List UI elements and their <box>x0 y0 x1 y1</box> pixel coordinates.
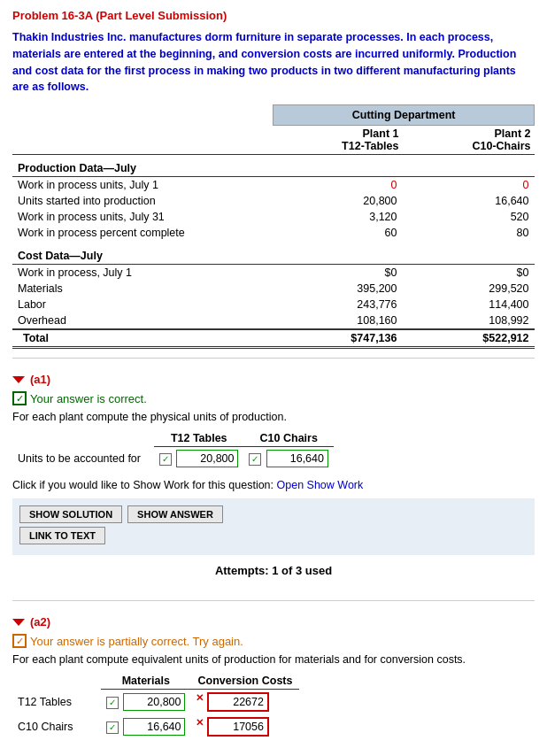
prod-row1-label: Work in process units, July 1 <box>12 177 274 194</box>
cost-row4-plant1: 108,160 <box>274 312 403 329</box>
table-row: Materials 395,200 299,520 <box>12 281 535 297</box>
open-show-work-link[interactable]: Open Show Work <box>277 479 364 491</box>
table-row: Work in process, July 1 $0 $0 <box>12 265 535 282</box>
correct-check-icon: ✓ <box>12 391 27 405</box>
a1-section: (a1) ✓ Your answer is correct. For each … <box>12 367 535 591</box>
a2-c10-conv-input[interactable] <box>207 717 269 737</box>
show-work-row: Click if you would like to Show Work for… <box>12 479 535 491</box>
show-answer-button[interactable]: SHOW ANSWER <box>127 505 223 523</box>
a2-t12-conv-x-icon: ✕ <box>196 692 204 703</box>
a2-partial-msg: ✓ Your answer is partially correct. Try … <box>12 634 535 648</box>
cost-total-plant1: $747,136 <box>274 329 403 348</box>
cost-total-plant2: $522,912 <box>402 329 534 348</box>
a1-instruction: For each plant compute the physical unit… <box>12 411 535 423</box>
a2-section: (a2) ✓ Your answer is partially correct.… <box>12 610 535 753</box>
table-row: Work in process units, July 1 0 0 <box>12 177 535 194</box>
a2-t12-row: T12 Tables ✓ ✕ <box>12 690 299 715</box>
prod-row3-plant2: 520 <box>402 209 534 225</box>
table-row: Overhead 108,160 108,992 <box>12 312 535 329</box>
a1-row-label: Units to be accounted for <box>12 447 154 471</box>
a1-c10-input[interactable] <box>266 450 328 467</box>
a2-instruction: For each plant compute equivalent units … <box>12 653 535 666</box>
a2-col-materials: Materials <box>101 673 190 690</box>
cost-row3-plant2: 114,400 <box>402 297 534 312</box>
cost-row1-plant2: $0 <box>402 265 534 282</box>
a2-t12-mat-cell: ✓ <box>101 690 190 715</box>
cost-row2-plant1: 395,200 <box>274 281 403 297</box>
prod-row3-plant1: 3,120 <box>274 209 403 225</box>
a1-input-table: T12 Tables C10 Chairs Units to be accoun… <box>12 430 535 470</box>
a2-t12-mat-check-icon: ✓ <box>106 697 119 709</box>
prod-row2-plant2: 16,640 <box>402 193 534 209</box>
plant2-col-header: Plant 2 C10-Chairs <box>402 126 534 155</box>
production-section-header: Production Data—July <box>12 155 535 177</box>
production-col-label <box>12 126 274 155</box>
cost-total-label: Total <box>12 329 274 348</box>
attempts-text: Attempts: 1 of 3 used <box>12 564 535 577</box>
a2-c10-row: C10 Chairs ✓ ✕ <box>12 714 299 739</box>
plant1-col-header: Plant 1 T12-Tables <box>274 126 403 155</box>
a2-header: (a2) <box>12 615 535 629</box>
prod-row1-plant2: 0 <box>402 177 534 194</box>
a2-c10-conv-x-icon: ✕ <box>196 717 204 728</box>
a2-c10-mat-check-icon: ✓ <box>106 721 119 734</box>
prod-row2-plant1: 20,800 <box>274 193 403 209</box>
cost-row1-label: Work in process, July 1 <box>12 265 274 282</box>
table-row: Work in process units, July 31 3,120 520 <box>12 209 535 225</box>
show-solution-button[interactable]: SHOW SOLUTION <box>19 505 122 523</box>
partial-icon: ✓ <box>12 634 27 648</box>
a1-buttons-row: SHOW SOLUTION SHOW ANSWER <box>19 505 528 523</box>
a1-correct-msg: ✓ Your answer is correct. <box>12 391 535 405</box>
a2-c10-mat-cell: ✓ <box>101 714 190 739</box>
a2-t12-mat-input[interactable] <box>123 693 185 711</box>
problem-description: Thakin Industries Inc. manufactures dorm… <box>12 29 535 96</box>
prod-row3-label: Work in process units, July 31 <box>12 209 274 225</box>
a1-c10-cell: ✓ <box>243 447 333 471</box>
a1-col1-header: T12 Tables <box>154 430 243 447</box>
cost-row2-label: Materials <box>12 281 274 297</box>
prod-row4-plant2: 80 <box>402 225 534 241</box>
cost-row4-plant2: 108,992 <box>402 312 534 329</box>
a1-t12-cell: ✓ <box>154 447 243 471</box>
a1-c10-check-icon: ✓ <box>249 453 261 466</box>
a2-c10-conv-cell: ✕ <box>190 714 299 739</box>
cutting-dept-table: Cutting Department Plant 1 T12-Tables Pl… <box>12 104 535 349</box>
table-row-total: Total $747,136 $522,912 <box>12 329 535 348</box>
a1-header: (a1) <box>12 373 535 386</box>
problem-title: Problem 16-3A (Part Level Submission) <box>12 9 535 22</box>
cost-row3-label: Labor <box>12 297 274 312</box>
prod-row1-plant1: 0 <box>274 177 403 194</box>
a2-collapse-icon[interactable] <box>12 619 25 626</box>
cost-section-header: Cost Data—July <box>12 241 535 265</box>
prod-row4-label: Work in process percent complete <box>12 225 274 241</box>
a1-units-row: Units to be accounted for ✓ ✓ <box>12 447 334 471</box>
cost-row1-plant1: $0 <box>274 265 403 282</box>
cost-row2-plant2: 299,520 <box>402 281 534 297</box>
page: Problem 16-3A (Part Level Submission) Th… <box>0 0 547 756</box>
prod-row4-plant1: 60 <box>274 225 403 241</box>
a1-link-row: LINK TO TEXT <box>19 527 528 544</box>
a2-t12-conv-cell: ✕ <box>190 690 299 715</box>
cost-row3-plant1: 243,776 <box>274 297 403 312</box>
table-row: Work in process percent complete 60 80 <box>12 225 535 241</box>
cost-row4-label: Overhead <box>12 312 274 329</box>
a2-col-conversion: Conversion Costs <box>190 673 299 690</box>
table-row: Labor 243,776 114,400 <box>12 297 535 312</box>
problem-desc-text: Thakin Industries Inc. manufactures dorm… <box>12 31 516 93</box>
dept-header: Cutting Department <box>274 105 535 126</box>
prod-row2-label: Units started into production <box>12 193 274 209</box>
a2-t12-label: T12 Tables <box>12 690 101 715</box>
a2-c10-label: C10 Chairs <box>12 714 101 739</box>
a2-c10-mat-input[interactable] <box>123 718 185 736</box>
a1-t12-check-icon: ✓ <box>159 453 172 466</box>
collapse-icon[interactable] <box>12 376 25 383</box>
table-row: Units started into production 20,800 16,… <box>12 193 535 209</box>
a1-t12-input[interactable] <box>176 450 238 467</box>
a1-col2-header: C10 Chairs <box>243 430 333 447</box>
a2-t12-conv-input[interactable] <box>207 692 269 712</box>
a2-input-table: Materials Conversion Costs T12 Tables ✓ … <box>12 673 535 739</box>
link-to-text-button[interactable]: LINK TO TEXT <box>19 527 105 544</box>
